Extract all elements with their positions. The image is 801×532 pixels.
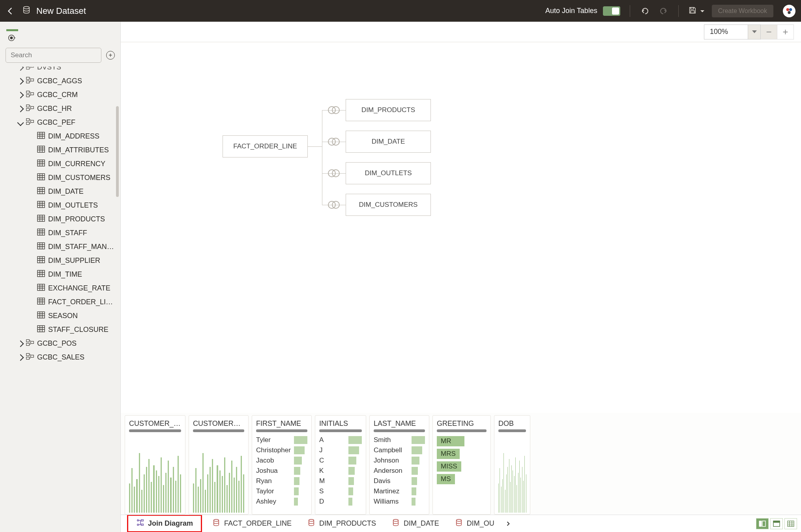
table-node[interactable]: DIM_SUPPLIER — [0, 254, 120, 268]
table-node[interactable]: DIM_TIME — [0, 268, 120, 281]
back-button[interactable] — [6, 6, 15, 16]
svg-point-0 — [24, 6, 30, 9]
schema-node[interactable]: GCBC_CRM — [0, 88, 120, 102]
expand-caret-icon — [17, 119, 24, 126]
table-node[interactable]: DIM_STAFF — [0, 226, 120, 240]
tab-join-diagram[interactable]: Join Diagram — [127, 515, 202, 532]
create-workbook-button: Create Workbook — [712, 5, 773, 17]
expand-caret-icon — [17, 340, 24, 347]
table-icon — [37, 146, 45, 155]
profile-card[interactable]: GREETINGMRMRSMISSMS — [432, 415, 491, 515]
profile-card[interactable]: CUSTOMER_KEY — [125, 415, 185, 515]
profile-card[interactable]: CUSTOMER_ID — [189, 415, 249, 515]
layout-full-button[interactable] — [770, 518, 783, 529]
profile-card[interactable]: INITIALSAJCKMSD — [315, 415, 366, 515]
table-node[interactable]: DIM_STAFF_MAN… — [0, 240, 120, 254]
scrollbar-thumb[interactable] — [116, 106, 119, 197]
table-label: DIM_STAFF_MAN… — [48, 243, 114, 251]
tabs-overflow-button[interactable] — [502, 521, 514, 527]
value-bars — [348, 436, 362, 514]
database-icon — [455, 519, 463, 528]
tab-table[interactable]: DIM_OU — [447, 516, 502, 531]
dim-table-node[interactable]: DIM_DATE — [346, 131, 431, 153]
schema-label: GCBC_SALES — [37, 353, 84, 362]
add-connection-button[interactable]: + — [106, 51, 115, 60]
schema-icon — [26, 77, 34, 86]
tab-label: DIM_DATE — [404, 519, 439, 528]
brand-logo[interactable] — [783, 5, 795, 17]
svg-rect-11 — [26, 77, 30, 80]
svg-point-58 — [393, 519, 399, 521]
profile-card[interactable]: FIRST_NAMETylerChristopherJacobJoshuaRya… — [252, 415, 312, 515]
connections-icon[interactable] — [7, 34, 16, 44]
table-node[interactable]: DIM_PRODUCTS — [0, 212, 120, 226]
svg-rect-1 — [691, 7, 693, 9]
join-icon[interactable] — [327, 137, 341, 146]
profile-card[interactable]: DOB — [494, 415, 530, 515]
column-name: DOB — [498, 420, 526, 428]
tab-table[interactable]: FACT_ORDER_LINE — [204, 516, 299, 531]
svg-rect-63 — [773, 521, 780, 523]
page-title: New Dataset — [36, 6, 86, 16]
dim-table-node[interactable]: DIM_PRODUCTS — [346, 99, 431, 121]
svg-rect-2 — [691, 10, 694, 13]
svg-rect-33 — [37, 270, 45, 277]
schema-tree[interactable]: DVSYSGCBC_AGGSGCBC_CRMGCBC_HRGCBC_PEFDIM… — [0, 67, 120, 532]
table-node[interactable]: DIM_CURRENCY — [0, 157, 120, 171]
schema-node[interactable]: GCBC_PEF — [0, 116, 120, 129]
layout-grid-button[interactable] — [784, 518, 797, 529]
svg-rect-32 — [37, 257, 45, 263]
tab-table[interactable]: DIM_DATE — [384, 516, 447, 531]
schema-node[interactable]: GCBC_HR — [0, 102, 120, 116]
svg-rect-28 — [37, 201, 45, 208]
table-node[interactable]: EXCHANGE_RATE — [0, 281, 120, 295]
table-node[interactable]: DIM_ATTRIBUTES — [0, 143, 120, 157]
table-label: DIM_STAFF — [48, 229, 87, 237]
table-node[interactable]: FACT_ORDER_LI… — [0, 295, 120, 309]
svg-rect-40 — [31, 341, 34, 344]
zoom-out-button[interactable]: − — [761, 24, 777, 39]
join-diagram-canvas[interactable]: FACT_ORDER_LINEDIM_PRODUCTSDIM_DATEDIM_O… — [121, 42, 801, 413]
table-node[interactable]: DIM_DATE — [0, 185, 120, 199]
svg-rect-20 — [26, 119, 30, 121]
schema-node[interactable]: GCBC_POS — [0, 337, 120, 350]
svg-rect-9 — [26, 67, 30, 69]
zoom-in-button[interactable]: + — [777, 24, 794, 39]
dim-table-node[interactable]: DIM_OUTLETS — [346, 162, 431, 184]
zoom-dropdown[interactable]: 100% — [704, 24, 761, 39]
svg-rect-24 — [37, 146, 45, 152]
undo-button[interactable] — [640, 6, 651, 17]
svg-rect-37 — [37, 326, 45, 332]
join-icon[interactable] — [327, 169, 341, 178]
layout-split-button[interactable] — [756, 518, 769, 529]
schema-icon — [26, 67, 34, 72]
tab-table[interactable]: DIM_PRODUCTS — [299, 516, 384, 531]
svg-rect-43 — [31, 355, 34, 358]
table-node[interactable]: DIM_OUTLETS — [0, 199, 120, 212]
table-node[interactable]: DIM_CUSTOMERS — [0, 171, 120, 185]
table-node[interactable]: DIM_ADDRESS — [0, 129, 120, 143]
svg-point-3 — [786, 8, 789, 11]
auto-join-toggle[interactable] — [603, 6, 620, 16]
value-bars — [294, 436, 307, 514]
table-node[interactable]: SEASON — [0, 309, 120, 323]
schema-node[interactable]: GCBC_AGGS — [0, 74, 120, 88]
profile-card[interactable]: LAST_NAMESmithCampbellJohnsonAndersonDav… — [369, 415, 429, 515]
search-input[interactable] — [6, 48, 101, 63]
schema-node[interactable]: DVSYS — [0, 67, 120, 74]
svg-rect-15 — [26, 95, 30, 97]
fact-table-node[interactable]: FACT_ORDER_LINE — [223, 135, 308, 157]
tab-label: FACT_ORDER_LINE — [224, 519, 292, 528]
save-menu[interactable] — [688, 6, 705, 16]
schema-label: DVSYS — [37, 67, 61, 71]
schema-node[interactable]: GCBC_SALES — [0, 350, 120, 364]
chevron-down-icon — [700, 7, 705, 15]
value-badges: MRMRSMISSMS — [437, 436, 487, 514]
join-icon[interactable] — [327, 200, 341, 209]
expand-caret-icon — [17, 92, 24, 98]
join-icon[interactable] — [327, 106, 341, 114]
dim-table-node[interactable]: DIM_CUSTOMERS — [346, 194, 431, 216]
table-node[interactable]: STAFF_CLOSURE — [0, 323, 120, 337]
svg-rect-21 — [26, 122, 30, 125]
schema-label: GCBC_HR — [37, 105, 72, 113]
